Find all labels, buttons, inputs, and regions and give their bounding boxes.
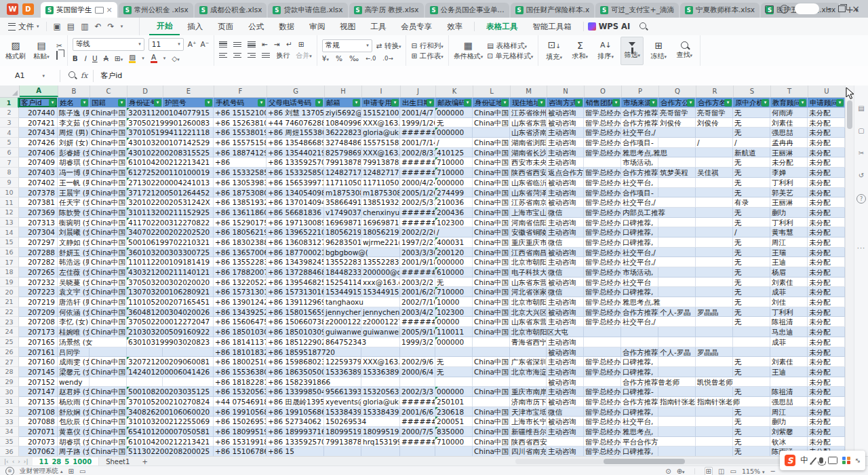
row-header-29[interactable]: 29 [0, 377, 19, 387]
cell-H13[interactable]: 169698712 [324, 218, 361, 228]
cell-B18[interactable]: 左佳薇 (女 [58, 267, 90, 278]
cell-R23[interactable] [696, 317, 733, 327]
cell-Q23[interactable] [658, 317, 696, 327]
cell-B13[interactable]: 衡琬明 (女 [58, 218, 90, 228]
cell-K7[interactable]: 710000 [435, 157, 473, 168]
rows-cols-button[interactable]: ⊟ 行和列▾ [411, 42, 443, 50]
cell-L35[interactable]: China中国 [473, 437, 510, 447]
header-cell-S1[interactable]: 原中介机▾ [733, 98, 770, 108]
cell-D12[interactable]: 310113200211152925 [127, 208, 163, 218]
cell-D29[interactable] [127, 377, 163, 387]
cell-I4[interactable]: gloria@uk( [361, 128, 400, 138]
cell-A17[interactable]: 207282 [19, 257, 58, 267]
cell-K13[interactable]: 102300 [435, 218, 473, 228]
cell-C19[interactable]: China中国 [90, 278, 127, 288]
view-page-icon[interactable]: ◫ [718, 468, 724, 475]
cell-L5[interactable]: China中国 [473, 138, 510, 148]
menu-item-7[interactable]: 工具 [363, 18, 393, 35]
cell-O13[interactable]: 留学总经办 [584, 218, 621, 228]
cell-I32[interactable]: 153384398 [361, 407, 400, 417]
cell-A14[interactable]: 207304 [19, 227, 58, 238]
cell-D7[interactable]: 610104200212213421 [127, 157, 163, 168]
cell-J3[interactable]: 1999/1/26 [400, 118, 435, 128]
cell-B3[interactable]: 李文茹 (女 [58, 118, 90, 128]
cell-S16[interactable]: 无 [733, 248, 770, 258]
cell-R36[interactable] [696, 446, 733, 456]
cell-Q4[interactable] [658, 128, 696, 138]
cell-T13[interactable]: 丁利利 [770, 218, 808, 228]
cell-I28[interactable]: 153363896 [361, 367, 400, 377]
cell-R12[interactable] [696, 208, 733, 218]
cell-S24[interactable] [733, 327, 770, 337]
cell-M20[interactable]: 河北省张家 [510, 287, 547, 297]
cell-C13[interactable]: China中国 [90, 218, 127, 228]
cell-S3[interactable]: 无 [733, 118, 770, 128]
cell-G16[interactable]: +86 1877000215 [267, 248, 324, 258]
file-tab-6[interactable]: S国任财产保险样本.x [511, 3, 595, 18]
cell-T20[interactable]: 成菲 [770, 287, 808, 297]
row-header-21[interactable]: 21 [0, 297, 19, 307]
cell-G33[interactable]: +86 52734062 [267, 417, 324, 427]
cell-P4[interactable]: 社交平台,/ [621, 128, 658, 138]
header-cell-G1[interactable]: 父母电话号码▾ [267, 98, 324, 108]
filter-icon-B[interactable]: ▾ [81, 99, 88, 107]
cell-K35[interactable]: 710000 [435, 437, 473, 447]
cell-U15[interactable]: 未分配 [808, 238, 845, 248]
cell-R28[interactable] [696, 367, 733, 377]
cell-O6[interactable]: 留学总经办 [584, 148, 621, 158]
cell-U17[interactable]: 未分配 [808, 257, 845, 267]
worksheet-button[interactable]: ⊞ 工作表▾ [411, 52, 443, 60]
eye-protection-icon[interactable]: ⊙ [665, 468, 671, 475]
sheet-tab-sheet1[interactable]: Sheet1 [99, 457, 136, 466]
lookup-icon[interactable] [68, 71, 75, 80]
cell-D26[interactable] [127, 347, 163, 358]
file-tab-1[interactable]: S常州公积金 .xlsx [119, 3, 193, 18]
header-cell-B1[interactable]: 姓名▾ [58, 98, 90, 108]
row-header-24[interactable]: 24 [0, 327, 19, 337]
cell-L6[interactable]: China中国 [473, 148, 510, 158]
file-tab-7[interactable]: S可过_支付宝+_滴滴 [595, 3, 679, 18]
menu-item-4[interactable]: 数据 [271, 18, 302, 35]
cell-M3[interactable]: 山东省东营 [510, 118, 547, 128]
redo-icon[interactable]: ↷ [108, 22, 115, 31]
cell-F25[interactable]: +86 18141137 [214, 337, 267, 347]
cell-G31[interactable]: +86 田晟岭1395 [267, 397, 324, 407]
minimize-button[interactable]: − [825, 5, 832, 13]
cell-A24[interactable]: 207173 [19, 327, 58, 337]
filter-icon-Q[interactable]: ▾ [687, 99, 694, 107]
cell-S9[interactable]: 无 [733, 178, 770, 188]
filter-icon-K[interactable]: ▾ [464, 99, 471, 107]
cell-P24[interactable] [621, 327, 658, 337]
cell-P25[interactable] [621, 337, 658, 347]
cell-H8[interactable]: 124827175 [324, 168, 361, 178]
cell-H22[interactable]: jennychen [324, 307, 361, 318]
cell-J10[interactable]: 2005/1/26 [400, 188, 435, 198]
column-header-F[interactable]: F [214, 86, 267, 97]
cell-T32[interactable]: 周江 [770, 407, 808, 417]
file-tab-2[interactable]: S成都公积金.xlsx [195, 3, 267, 18]
cell-C10[interactable]: China中国 [90, 188, 127, 198]
header-cell-O1[interactable]: 销售团队▾ [584, 98, 621, 108]
cell-Q20[interactable] [658, 287, 696, 297]
cell-F24[interactable]: +86 18501030 [214, 327, 267, 337]
cell-D30[interactable]: 500108200203035125 [127, 387, 163, 397]
row-header-35[interactable]: 35 [0, 437, 19, 447]
cell-A23[interactable]: 207208 [19, 317, 58, 327]
cell-L17[interactable]: China中国 [473, 257, 510, 267]
comma-style-icon[interactable]: ‰ [349, 55, 359, 62]
cell-K6[interactable]: 410125 [435, 148, 473, 158]
cell-N36[interactable]: 主动咨询 [547, 446, 584, 456]
cell-H36[interactable] [324, 446, 361, 456]
cell-U28[interactable]: 未分配 [808, 367, 845, 377]
filter-icon-D[interactable]: ▾ [154, 99, 161, 107]
cell-Q7[interactable] [658, 157, 696, 168]
freeze-button[interactable]: ⊞ 冻结▾ [648, 37, 669, 64]
cell-P9[interactable]: 社交平台, [621, 178, 658, 188]
cell-B27[interactable]: 成雨雯 (女 [58, 357, 90, 367]
wps-ai-button[interactable]: WPS AI [599, 22, 631, 31]
vertical-scrollbar[interactable] [845, 86, 854, 456]
row-header-28[interactable]: 28 [0, 367, 19, 377]
select-all-corner[interactable] [0, 86, 20, 97]
print-icon[interactable]: ▤ [67, 22, 75, 31]
cell-T18[interactable]: 杨眉 [770, 267, 808, 278]
